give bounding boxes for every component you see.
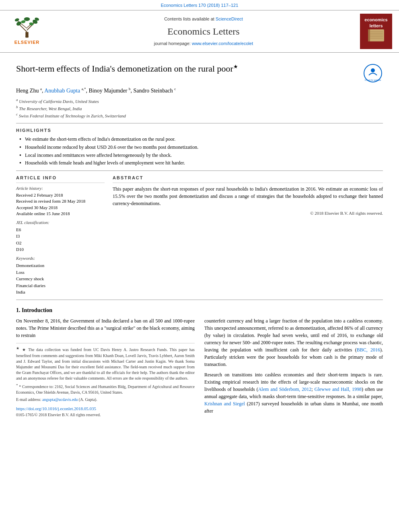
affiliation-c: c Swiss Federal Institute of Technology … xyxy=(16,112,383,119)
body-left-column: On November 8, 2016, the Government of I… xyxy=(16,317,195,417)
revised-date: Received in revised form 28 May 2018 xyxy=(16,198,105,204)
affiliation-b: b The Researcher, West Bengal, India xyxy=(16,105,383,112)
svg-point-21 xyxy=(371,68,375,72)
title-star: ★ xyxy=(233,64,238,70)
article-info-label: ARTICLE INFO xyxy=(16,175,105,183)
keyword-1: Demonetization xyxy=(16,262,105,269)
svg-line-1 xyxy=(20,25,27,32)
svg-point-7 xyxy=(14,18,20,22)
highlight-item-1: We estimate the short-term effects of In… xyxy=(19,136,383,143)
main-content: Short-term effects of India's demonetiza… xyxy=(0,53,399,424)
check-updates-badge: Check for updates xyxy=(363,63,383,83)
contents-available-line: Contents lists available at ScienceDirec… xyxy=(164,16,243,22)
available-date: Available online 15 June 2018 xyxy=(16,211,105,217)
section-title: 1. Introduction xyxy=(16,306,383,314)
alem-citation: Alem and Söderbom, 2012 xyxy=(258,386,312,392)
divider-2 xyxy=(16,170,383,171)
sciencedirect-link[interactable]: ScienceDirect xyxy=(216,16,243,21)
footnote-email: E-mail address: angupta@ucdavis.edu (A. … xyxy=(16,397,195,403)
abstract-label: ABSTRACT xyxy=(113,175,383,183)
received-date: Received 2 February 2018 xyxy=(16,192,105,198)
highlight-item-4: Households with female heads and higher … xyxy=(19,160,383,166)
glewwe-citation: Glewwe and Hall, 1998 xyxy=(315,386,362,392)
doi-link[interactable]: https://doi.org/10.1016/j.econlet.2018.0… xyxy=(16,406,96,411)
author-gupta: Anubhab Gupta xyxy=(44,88,80,94)
abstract-column: ABSTRACT This paper analyzes the short-r… xyxy=(113,175,383,296)
authors-line: Heng Zhu a, Anubhab Gupta a,*, Binoy Maj… xyxy=(16,86,383,94)
keyword-5: India xyxy=(16,289,105,296)
elsevier-tree-icon xyxy=(11,17,43,39)
svg-text:Check for updates: Check for updates xyxy=(365,79,381,81)
introduction-section: 1. Introduction On November 8, 2016, the… xyxy=(16,306,383,418)
svg-point-9 xyxy=(24,17,30,21)
affiliation-a: a University of California Davis, United… xyxy=(16,97,383,105)
jel-e6: E6 xyxy=(16,226,105,233)
elsevier-logo-container: ELSEVIER xyxy=(5,14,49,49)
history-label: Article history: xyxy=(16,185,105,191)
footnote-star: ★ ★ The data collection was funded from … xyxy=(16,346,195,381)
email-link[interactable]: angupta@ucdavis.edu xyxy=(42,397,78,402)
body-two-columns: On November 8, 2016, the Government of I… xyxy=(16,317,383,417)
highlight-item-2: Household income reduced by about USD 20… xyxy=(19,144,383,151)
krishnan-citation: Krishnan and Siegel xyxy=(204,401,245,407)
issn-line: 0165-1765/© 2018 Elsevier B.V. All right… xyxy=(16,412,195,418)
elsevier-logo: ELSEVIER xyxy=(11,17,43,45)
jel-label: JEL classification: xyxy=(16,220,105,226)
body-right-column: counterfeit currency and bring a larger … xyxy=(204,317,383,417)
check-updates-icon: Check for updates xyxy=(363,63,383,83)
accepted-date: Accepted 30 May 2018 xyxy=(16,205,105,211)
economics-letters-badge: economics letters xyxy=(360,14,392,49)
highlights-list: We estimate the short-term effects of In… xyxy=(16,136,383,166)
keywords-label: Keywords: xyxy=(16,255,105,261)
abstract-text: This paper analyzes the short-run respon… xyxy=(113,185,383,207)
divider-1 xyxy=(16,123,383,123)
svg-point-12 xyxy=(25,35,28,38)
divider-3 xyxy=(16,300,383,300)
elsevier-wordmark: ELSEVIER xyxy=(14,39,39,45)
copyright-line: © 2018 Elsevier B.V. All rights reserved… xyxy=(113,210,383,216)
journal-title: Economics Letters xyxy=(167,25,239,39)
article-info-column: ARTICLE INFO Article history: Received 2… xyxy=(16,175,105,296)
page: Economics Letters 170 (2018) 117–121 xyxy=(0,0,399,532)
highlight-item-3: Local incomes and remittances were affec… xyxy=(19,152,383,159)
jel-i3: I3 xyxy=(16,233,105,240)
keyword-3: Currency shock xyxy=(16,275,105,282)
doi-section: https://doi.org/10.1016/j.econlet.2018.0… xyxy=(16,406,195,412)
journal-header: ELSEVIER Contents lists available at Sci… xyxy=(0,10,399,53)
jel-d10: D10 xyxy=(16,246,105,253)
footnotes: ★ ★ The data collection was funded from … xyxy=(16,343,195,417)
svg-rect-13 xyxy=(368,29,384,41)
affiliations: a University of California Davis, United… xyxy=(16,97,383,119)
journal-header-middle: Contents lists available at ScienceDirec… xyxy=(54,14,353,49)
keyword-2: Loss xyxy=(16,269,105,276)
highlights-section: HIGHLIGHTS We estimate the short-term ef… xyxy=(16,127,383,167)
intro-right-para2: Research on transitions into cashless ec… xyxy=(204,371,383,415)
jel-o2: O2 xyxy=(16,240,105,246)
article-title: Short-term effects of India's demonetiza… xyxy=(16,63,358,75)
keyword-4: Financial diaries xyxy=(16,282,105,289)
bbc-citation: BBC, 2016 xyxy=(357,347,380,353)
article-title-section: Short-term effects of India's demonetiza… xyxy=(16,59,383,83)
journal-ref-text: Economics Letters 170 (2018) 117–121 xyxy=(161,3,239,8)
footnote-correspondence: * * Correspondence to: 2162, Social Scie… xyxy=(16,383,195,395)
journal-reference: Economics Letters 170 (2018) 117–121 xyxy=(0,0,399,10)
journal-homepage-line: journal homepage: www.elsevier.com/locat… xyxy=(154,41,253,47)
journal-badge: economics letters xyxy=(358,14,394,49)
intro-left-para1: On November 8, 2016, the Government of I… xyxy=(16,317,195,339)
intro-right-para1: counterfeit currency and bring a larger … xyxy=(204,317,383,368)
journal-homepage-url[interactable]: www.elsevier.com/locate/ecolet xyxy=(192,41,253,46)
badge-book-icon xyxy=(366,29,386,45)
info-abstract-row: ARTICLE INFO Article history: Received 2… xyxy=(16,175,383,296)
highlights-label: HIGHLIGHTS xyxy=(16,127,383,134)
svg-rect-14 xyxy=(368,29,370,41)
